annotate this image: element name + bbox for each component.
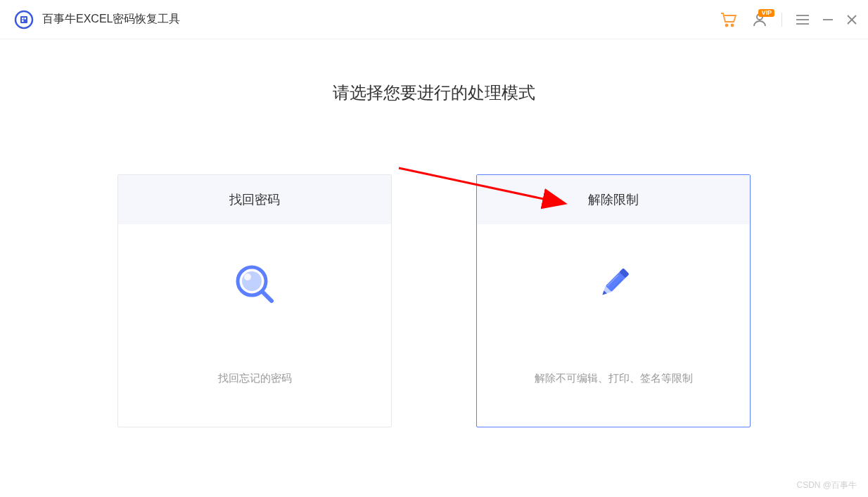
svg-point-15 (242, 271, 262, 291)
card-recover-password[interactable]: 找回密码 找回忘记的密码 (117, 174, 392, 427)
magnifier-icon (230, 259, 279, 309)
card-body: 找回忘记的密码 (118, 224, 391, 427)
svg-rect-4 (22, 20, 24, 22)
svg-point-16 (244, 273, 251, 280)
titlebar: 百事牛EXCEL密码恢复工具 VIP (0, 0, 868, 39)
cards-row: 找回密码 找回忘记的密码 解除限制 (117, 174, 751, 427)
pencil-icon (589, 259, 638, 309)
watermark: CSDN @百事牛 (796, 479, 857, 491)
menu-icon[interactable] (796, 15, 809, 25)
vip-badge: VIP (758, 9, 774, 17)
card-body: 解除不可编辑、打印、签名等限制 (477, 224, 750, 427)
card-description: 找回忘记的密码 (218, 372, 292, 385)
app-logo-icon (14, 10, 34, 30)
cart-icon[interactable] (720, 11, 738, 28)
svg-point-6 (732, 25, 734, 27)
svg-rect-1 (20, 16, 27, 23)
app-title: 百事牛EXCEL密码恢复工具 (42, 12, 180, 27)
close-icon[interactable] (847, 15, 857, 25)
card-remove-restrictions[interactable]: 解除限制 解除不可编辑、打印、签名等限制 (476, 174, 751, 427)
main-content: 请选择您要进行的处理模式 找回密码 找回忘记的密码 解除限制 (0, 39, 868, 427)
card-header: 解除限制 (477, 175, 750, 224)
user-icon[interactable]: VIP (752, 12, 767, 27)
divider (781, 13, 782, 27)
svg-rect-3 (25, 18, 27, 20)
titlebar-right: VIP (720, 0, 857, 39)
svg-point-5 (726, 25, 728, 27)
svg-line-17 (263, 292, 272, 301)
svg-rect-2 (22, 18, 24, 20)
card-description: 解除不可编辑、打印、签名等限制 (535, 372, 693, 385)
card-header: 找回密码 (118, 175, 391, 224)
page-title: 请选择您要进行的处理模式 (333, 82, 535, 104)
minimize-icon[interactable] (823, 15, 833, 25)
